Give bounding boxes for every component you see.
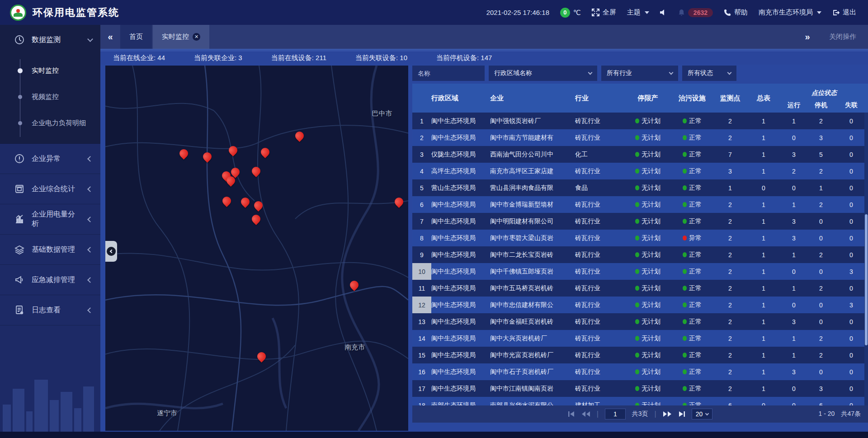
cell-lost-count: 0 — [835, 179, 868, 196]
map-city-label: 遂宁市 — [157, 409, 177, 418]
cell-monitor-points: 2 — [713, 246, 747, 263]
row-index: 7 — [412, 213, 431, 230]
tab-realtime-monitor[interactable]: 实时监控 ✕ — [153, 25, 209, 49]
sidebar-item-base-data[interactable]: 基础数据管理 — [0, 235, 100, 264]
help-button[interactable]: 帮助 — [724, 8, 748, 17]
next-page-button[interactable] — [663, 411, 672, 417]
cell-total-meters: 1 — [747, 263, 780, 280]
bullet-dot-icon — [18, 95, 22, 99]
sidebar-item-logs[interactable]: 日志查看 — [0, 295, 100, 325]
sidebar-subitem[interactable]: 企业电力负荷明细 — [0, 110, 100, 136]
region-filter-select[interactable]: 行政区域名称 — [489, 66, 597, 81]
tabs-scroll-left-button[interactable]: « — [100, 25, 120, 49]
table-row[interactable]: 10阆中生态环境局阆中千佛镇五郎垭页岩砖瓦行业无计划正常21003 — [412, 263, 868, 280]
cell-facility-status: 异常 — [671, 230, 713, 246]
table-row[interactable]: 14阆中生态环境局阆中大兴页岩机砖厂砖瓦行业无计划正常21120 — [412, 330, 868, 347]
table-header: 行政区域 企业 行业 停限产 治污设施 监测点 总表 点位状态 运行 停机 失联 — [412, 84, 868, 113]
table-row[interactable]: 11阆中生态环境局阆中市五马桥页岩机砖砖瓦行业无计划正常21120 — [412, 280, 868, 297]
cell-lost-count: 0 — [835, 129, 868, 146]
table-row[interactable]: 16阆中生态环境局阆中市石子页岩机砖厂砖瓦行业无计划正常21300 — [412, 363, 868, 380]
name-filter-input[interactable] — [412, 66, 485, 81]
cell-limit-status: 无计划 — [625, 213, 671, 230]
page-size-select[interactable]: 20 — [692, 409, 713, 419]
sidebar-item-power-analysis[interactable]: 企业用电量分析 — [0, 204, 100, 234]
row-index: 3 — [412, 146, 431, 163]
cell-run-count: 3 — [780, 313, 807, 330]
table-row[interactable]: 2阆中生态环境局阆中市南方节能建材有砖瓦行业无计划正常21030 — [412, 129, 868, 146]
chevron-left-icon — [87, 217, 93, 222]
cell-lost-count: 3 — [835, 297, 868, 313]
cell-company: 阆中市枣碧大梁山页岩 — [490, 230, 575, 246]
logout-button[interactable]: 退出 — [832, 8, 856, 17]
table-row[interactable]: 13阆中生态环境局阆中市金福旺页岩机砖砖瓦行业无计划正常21300 — [412, 313, 868, 330]
region-filter-value: 行政区域名称 — [494, 69, 532, 77]
cell-company: 阆中市光富页岩机砖厂 — [490, 347, 575, 363]
chevron-down-icon — [588, 71, 593, 75]
org-menu[interactable]: 南充市生态环境局 — [759, 8, 821, 17]
sidebar-subitem[interactable]: 视频监控 — [0, 84, 100, 110]
table-row[interactable]: 9阆中生态环境局阆中市二龙长宝页岩砖砖瓦行业无计划正常21120 — [412, 246, 868, 263]
prev-page-button[interactable] — [581, 411, 590, 417]
cell-industry: 砖瓦行业 — [575, 213, 625, 230]
page-number-input[interactable] — [605, 409, 626, 419]
theme-menu[interactable]: 主题 — [627, 8, 649, 17]
table-row[interactable]: 7阆中生态环境局阆中明阳建材有限公司砖瓦行业无计划正常21300 — [412, 213, 868, 230]
chevron-down-icon — [817, 11, 821, 14]
cell-run-count: 1 — [780, 196, 807, 213]
cell-run-count: 3 — [780, 146, 807, 163]
cell-stop-count: 0 — [807, 213, 835, 230]
cell-facility-status: 正常 — [671, 213, 713, 230]
sidebar-item-emergency[interactable]: 应急减排管理 — [0, 265, 100, 295]
cell-company: 营山县润丰肉食品有限 — [490, 179, 575, 196]
table-scrollbar[interactable] — [864, 113, 868, 405]
table-row[interactable]: 12阆中生态环境局阆中市忠信建材有限公砖瓦行业无计划正常21003 — [412, 297, 868, 313]
sidebar-item-label: 数据监测 — [32, 35, 81, 45]
tabs-scroll-right-button[interactable]: » — [797, 32, 817, 42]
mute-button[interactable] — [660, 9, 667, 16]
green-status-dot-icon — [683, 169, 687, 174]
table-row[interactable]: 6阆中生态环境局阆中市金博瑞新型墙材砖瓦行业无计划正常21120 — [412, 196, 868, 213]
cell-stop-count: 1 — [807, 179, 835, 196]
cell-company: 阆中千佛镇五郎垭页岩 — [490, 263, 575, 280]
industry-filter-select[interactable]: 所有行业 — [601, 66, 678, 81]
last-page-button[interactable] — [678, 411, 685, 417]
scrollbar-thumb[interactable] — [865, 214, 868, 345]
table-row[interactable]: 15阆中生态环境局阆中市光富页岩机砖厂砖瓦行业无计划正常21120 — [412, 347, 868, 363]
table-row[interactable]: 4高坪生态环境局南充市高坪区王家店建砖瓦行业无计划正常31220 — [412, 163, 868, 179]
table-row[interactable]: 8阆中生态环境局阆中市枣碧大梁山页岩砖瓦行业无计划异常21300 — [412, 230, 868, 246]
table-row[interactable]: 3仪陇生态环境局西南油气田分公司川中化工无计划正常71350 — [412, 146, 868, 163]
cell-company: 阆中市石子页岩机砖厂 — [490, 363, 575, 380]
enterprise-table: 行政区域 企业 行业 停限产 治污设施 监测点 总表 点位状态 运行 停机 失联… — [412, 84, 868, 423]
table-row[interactable]: 5营山生态环境局营山县润丰肉食品有限食品无计划正常10010 — [412, 179, 868, 196]
gauge-icon — [14, 35, 24, 45]
cell-company: 阆中强锐页岩砖厂 — [490, 113, 575, 129]
sidebar-item-enterprise-abnormal[interactable]: 企业异常 — [0, 144, 100, 174]
notification-area[interactable]: 2632 — [678, 8, 713, 17]
green-status-dot-icon — [683, 252, 687, 257]
sidebar-subitem[interactable]: 实时监控 — [0, 57, 100, 84]
map-collapse-handle[interactable] — [105, 241, 117, 262]
cell-facility-status: 正常 — [671, 330, 713, 347]
table-row[interactable]: 1阆中生态环境局阆中强锐页岩砖厂砖瓦行业无计划正常21120 — [412, 113, 868, 129]
cell-lost-count: 0 — [835, 196, 868, 213]
chevron-down-icon — [727, 71, 732, 75]
cell-monitor-points: 7 — [713, 146, 747, 163]
datetime-display: 2021-02-25 17:46:18 — [486, 9, 549, 16]
row-index: 11 — [412, 280, 431, 297]
close-operations-button[interactable]: 关闭操作 — [829, 33, 856, 41]
sidebar-item-enterprise-stats[interactable]: 企业综合统计 — [0, 174, 100, 204]
cell-run-count: 0 — [780, 129, 807, 146]
fullscreen-button[interactable]: 全屏 — [592, 8, 616, 17]
map-panel[interactable]: 巴中市南充市遂宁市 — [105, 66, 408, 431]
table-row[interactable]: 17阆中生态环境局阆中市江南镇阆南页岩砖瓦行业无计划正常21030 — [412, 380, 868, 397]
status-filter-select[interactable]: 所有状态 — [682, 66, 736, 81]
cell-monitor-points: 2 — [713, 230, 747, 246]
cell-run-count: 1 — [780, 330, 807, 347]
chevron-left-icon — [87, 156, 93, 162]
first-page-button[interactable] — [568, 411, 575, 417]
sidebar-item-data-monitor[interactable]: 数据监测 — [0, 25, 100, 55]
temperature-display: 0 ℃ — [560, 8, 581, 18]
table-row[interactable]: 18南部生态环境局南部县兴华水泥有限公建材加工无计划正常60060 — [412, 397, 868, 405]
tab-home[interactable]: 首页 — [120, 25, 152, 49]
tab-close-icon[interactable]: ✕ — [193, 33, 200, 41]
